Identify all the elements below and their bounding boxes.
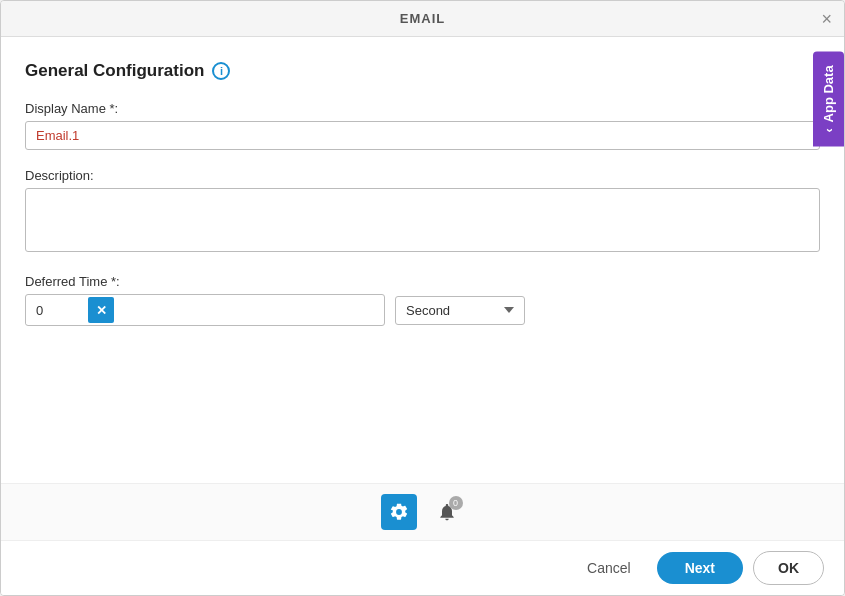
clear-icon: ✕ (96, 303, 107, 318)
icon-bar: 0 (1, 483, 844, 540)
modal-container: EMAIL × ‹ App Data General Configuration… (0, 0, 845, 596)
app-data-label: App Data (821, 65, 836, 122)
modal-body: General Configuration i Display Name *: … (1, 37, 844, 483)
deferred-time-label: Deferred Time *: (25, 274, 820, 289)
display-name-label: Display Name *: (25, 101, 820, 116)
app-data-tab[interactable]: ‹ App Data (813, 51, 844, 146)
close-button[interactable]: × (821, 10, 832, 28)
notifications-icon-button[interactable]: 0 (429, 494, 465, 530)
description-input[interactable] (25, 188, 820, 252)
section-title-text: General Configuration (25, 61, 204, 81)
cancel-button[interactable]: Cancel (571, 552, 647, 584)
description-label: Description: (25, 168, 820, 183)
title-bar: EMAIL × (1, 1, 844, 37)
time-unit-select[interactable]: Second Minute Hour Day (395, 296, 525, 325)
notification-badge: 0 (449, 496, 463, 510)
display-name-input[interactable] (25, 121, 820, 150)
ok-button[interactable]: OK (753, 551, 824, 585)
next-button[interactable]: Next (657, 552, 743, 584)
modal-title: EMAIL (400, 11, 445, 26)
deferred-input-wrapper: ✕ (25, 294, 385, 326)
display-name-group: Display Name *: (25, 101, 820, 150)
deferred-time-group: Deferred Time *: ✕ Second Minute Hour Da… (25, 274, 820, 326)
section-title-row: General Configuration i (25, 61, 820, 81)
modal-footer: Cancel Next OK (1, 540, 844, 595)
clear-deferred-button[interactable]: ✕ (88, 297, 114, 323)
chevron-icon: ‹ (821, 128, 836, 132)
gear-icon (389, 502, 409, 522)
deferred-time-input[interactable] (26, 297, 86, 324)
info-icon-label: i (220, 65, 223, 77)
description-group: Description: (25, 168, 820, 256)
info-icon[interactable]: i (212, 62, 230, 80)
settings-icon-button[interactable] (381, 494, 417, 530)
deferred-time-row: ✕ Second Minute Hour Day (25, 294, 820, 326)
